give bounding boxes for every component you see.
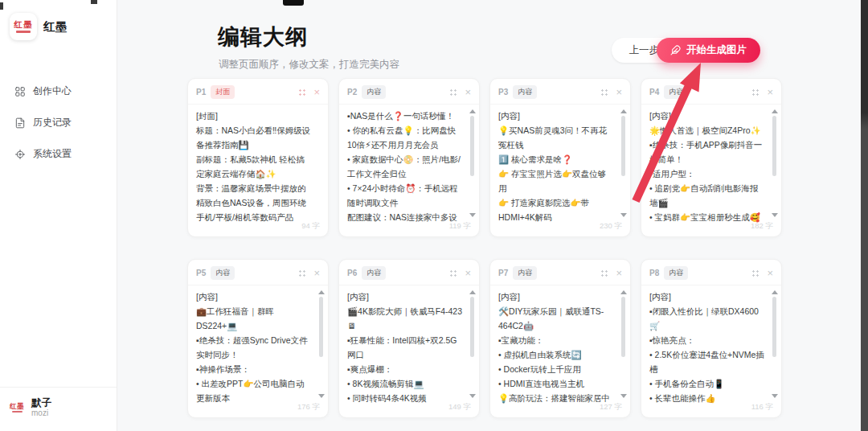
card-content[interactable]: [内容] 💼工作狂福音｜群晖DS224+💻 ▪绝杀技：超强Sync Drive文… [188, 285, 328, 407]
logo-underline [16, 31, 31, 33]
char-count: 230 字 [600, 221, 622, 232]
drag-handle-icon[interactable] [297, 269, 306, 278]
screen-edge-strip [861, 0, 868, 431]
card-id: P6 [347, 269, 357, 277]
close-icon[interactable]: × [767, 88, 773, 97]
avatar: 红墨 [10, 403, 24, 413]
card-content[interactable]: [内容] 🌟懒人首选｜极空间Z4Pro✨ ▪绝杀技：手机APP像刷抖音一样简单！… [641, 105, 781, 226]
user-profile[interactable]: 红墨 默子 mozi [0, 387, 117, 431]
settings-gear-icon [14, 149, 26, 160]
sidebar-item-creation-center[interactable]: 创作中心 [0, 76, 117, 107]
brand: 红墨 红墨 [0, 0, 117, 48]
card-type-badge: 内容 [513, 85, 537, 99]
close-icon[interactable]: × [616, 88, 622, 97]
close-icon[interactable]: × [465, 88, 471, 97]
outline-card-p6: P6 内容 × [内容] 🎬4K影院大师｜铁威马F4-423🖥 ▪狂暴性能：In… [338, 259, 480, 418]
page-title: 编辑大纲 [218, 23, 308, 51]
app-logo-text: 红墨 [14, 20, 33, 29]
page-subtitle: 调整页面顺序，修改文案，打造完美内容 [219, 58, 399, 72]
card-type-badge: 内容 [362, 266, 386, 280]
card-type-badge: 内容 [211, 266, 235, 280]
brand-name: 红墨 [43, 19, 67, 35]
screen-artifact [91, 0, 97, 4]
user-name: 默子 [31, 397, 51, 408]
grid-icon [14, 86, 26, 97]
drag-handle-icon[interactable] [751, 269, 760, 278]
card-type-badge: 封面 [211, 85, 235, 99]
char-count: 182 字 [751, 221, 773, 232]
card-type-badge: 内容 [664, 266, 688, 280]
sidebar-item-label: 系统设置 [33, 147, 72, 161]
drag-handle-icon[interactable] [600, 88, 608, 97]
sidebar-item-history[interactable]: 历史记录 [0, 107, 117, 138]
screen-artifact [283, 0, 304, 6]
feather-pen-icon [670, 45, 681, 55]
card-id: P7 [498, 269, 508, 277]
drag-handle-icon[interactable] [448, 88, 457, 97]
outline-card-p8: P8 内容 × [内容] ▪闭眼入性价比｜绿联DX4600🛒 ▪惊艳亮点： • … [641, 259, 782, 418]
card-id: P4 [649, 88, 659, 96]
close-icon[interactable]: × [767, 269, 773, 278]
card-content[interactable]: [内容] ▪闭眼入性价比｜绿联DX4600🛒 ▪惊艳亮点： • 2.5K价位塞进… [641, 285, 781, 407]
sidebar-item-label: 创作中心 [33, 84, 72, 98]
card-scrollbar[interactable] [771, 109, 779, 217]
outline-card-p4: P4 内容 × [内容] 🌟懒人首选｜极空间Z4Pro✨ ▪绝杀技：手机APP像… [641, 78, 782, 237]
card-id: P2 [347, 88, 357, 96]
drag-handle-icon[interactable] [751, 88, 760, 97]
card-content[interactable]: [内容] 🎬4K影院大师｜铁威马F4-423🖥 ▪狂暴性能：Intel四核+双2… [339, 285, 479, 407]
app-logo: 红墨 [10, 13, 37, 40]
close-icon[interactable]: × [313, 269, 320, 278]
close-icon[interactable]: × [616, 269, 622, 278]
card-content[interactable]: [内容] 💡买NAS前灵魂3问！不再花冤枉钱 1️⃣ 核心需求是啥❓ 👉 存宝宝… [490, 105, 630, 226]
card-content[interactable]: [封面] 标题：NAS小白必看‼保姆级设备推荐指南💾 副标题：私藏5款神机 轻松… [188, 105, 328, 226]
card-content[interactable]: ▪NAS是什么❓一句话秒懂！ • 你的私有云盘💡：比网盘快10倍⚡还不用月月充会… [339, 105, 479, 226]
sidebar-item-label: 历史记录 [33, 116, 72, 129]
char-count: 116 字 [751, 402, 773, 413]
card-scrollbar[interactable] [469, 290, 477, 398]
drag-handle-icon[interactable] [448, 269, 457, 278]
outline-card-p5: P5 内容 × [内容] 💼工作狂福音｜群晖DS224+💻 ▪绝杀技：超强Syn… [187, 259, 329, 418]
char-count: 94 字 [301, 221, 320, 232]
char-count: 176 字 [297, 402, 320, 413]
card-scrollbar[interactable] [620, 290, 628, 398]
sidebar-nav: 创作中心 历史记录 系统设置 [0, 76, 117, 170]
document-icon [14, 117, 26, 129]
outline-card-p7: P7 内容 × [内容] 🛠️DIY玩家乐园｜威联通TS-464C2🤖 ▪宝藏功… [489, 259, 631, 418]
card-scrollbar[interactable] [317, 290, 326, 398]
main-content: 编辑大纲 调整页面顺序，修改文案，打造完美内容 上一步 开始生成图片 P1 封面… [117, 0, 868, 431]
card-content[interactable]: [内容] 🛠️DIY玩家乐园｜威联通TS-464C2🤖 ▪宝藏功能： • 虚拟机… [490, 285, 630, 407]
card-id: P1 [196, 88, 206, 96]
char-count: 119 字 [449, 221, 471, 232]
drag-handle-icon[interactable] [600, 269, 608, 278]
outline-card-p3: P3 内容 × [内容] 💡买NAS前灵魂3问！不再花冤枉钱 1️⃣ 核心需求是… [489, 78, 631, 237]
generate-images-button[interactable]: 开始生成图片 [657, 38, 760, 63]
card-scrollbar[interactable] [771, 290, 779, 398]
close-icon[interactable]: × [465, 269, 471, 278]
screen-artifact [0, 2, 3, 10]
sidebar: 红墨 红墨 创作中心 历史记录 系统设置 红墨 默子 mozi [0, 0, 117, 431]
outline-cards-grid: P1 封面 × [封面] 标题：NAS小白必看‼保姆级设备推荐指南💾 副标题：私… [187, 78, 782, 418]
drag-handle-icon[interactable] [297, 88, 306, 97]
close-icon[interactable]: × [313, 88, 320, 97]
user-handle: mozi [31, 408, 51, 418]
card-id: P8 [649, 269, 659, 277]
char-count: 149 字 [448, 402, 471, 413]
card-id: P3 [498, 88, 508, 96]
card-type-badge: 内容 [664, 85, 688, 99]
char-count: 127 字 [600, 402, 622, 413]
card-scrollbar[interactable] [469, 109, 477, 217]
outline-card-p1: P1 封面 × [封面] 标题：NAS小白必看‼保姆级设备推荐指南💾 副标题：私… [187, 78, 329, 237]
sidebar-item-settings[interactable]: 系统设置 [0, 138, 117, 170]
card-type-badge: 内容 [513, 266, 537, 280]
card-id: P5 [196, 269, 206, 277]
card-type-badge: 内容 [362, 85, 386, 99]
card-scrollbar[interactable] [620, 109, 628, 217]
outline-card-p2: P2 内容 × ▪NAS是什么❓一句话秒懂！ • 你的私有云盘💡：比网盘快10倍… [338, 78, 480, 237]
